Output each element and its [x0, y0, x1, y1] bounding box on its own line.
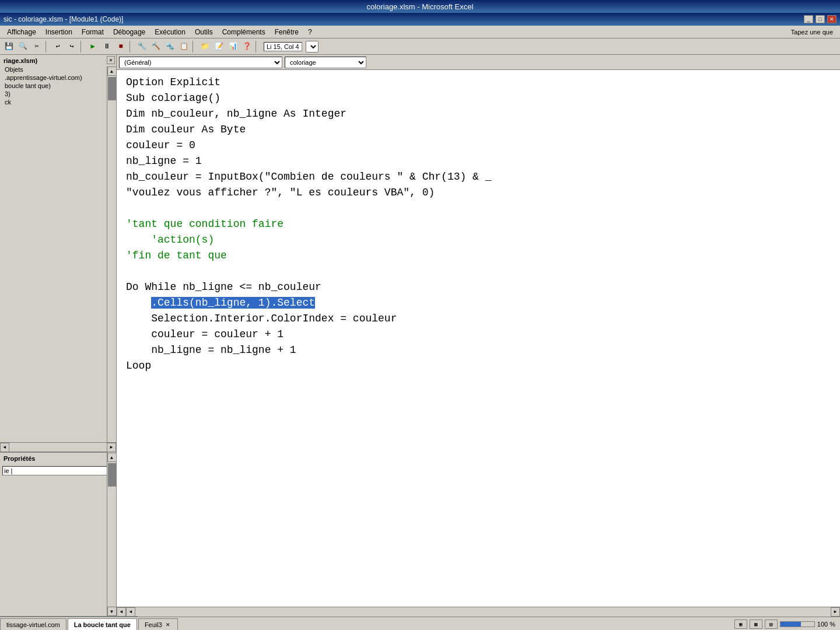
btn-view1[interactable]: 📁 — [198, 40, 211, 53]
sep5 — [256, 41, 259, 52]
tree-item-2[interactable]: boucle tant que) — [0, 82, 116, 90]
tree-hscrollbar[interactable]: ◄ ► — [0, 442, 116, 452]
code-line-16: couleur = couleur + 1 — [126, 327, 831, 342]
zoom-track — [780, 622, 801, 626]
btn-view3[interactable]: 📊 — [226, 40, 239, 53]
btn3[interactable]: ✂ — [30, 40, 43, 53]
left-panel: ✕ riage.xlsm) Objets.apprentissage-virtu… — [0, 55, 117, 616]
btn-view2[interactable]: 📝 — [212, 40, 225, 53]
excel-title-bar: coloriage.xlsm - Microsoft Excel — [0, 0, 840, 13]
status-right: ▣ ▦ ▤ 100 % — [734, 620, 840, 630]
props-scroll-thumb[interactable] — [108, 463, 116, 487]
code-line-12 — [126, 264, 831, 279]
context-dropdown[interactable]: (Général) — [119, 57, 282, 68]
props-area — [0, 463, 116, 616]
tree-scroll-left[interactable]: ◄ — [0, 443, 9, 452]
tab-close-icon[interactable]: ✕ — [164, 621, 172, 628]
undo-button[interactable]: ↩ — [51, 40, 64, 53]
menu-help[interactable]: ? — [303, 27, 317, 37]
pause-button[interactable]: ⏸ — [100, 40, 113, 53]
vbe-title: sic - coloriage.xlsm - [Module1 (Code)] — [4, 15, 123, 23]
cursor-position: Li 15, Col 4 — [264, 42, 302, 51]
redo-button[interactable]: ↪ — [65, 40, 78, 53]
props-vscrollbar[interactable]: ▲ ▼ — [107, 453, 116, 616]
code-editor[interactable]: Option ExplicitSub coloriage()Dim nb_cou… — [117, 70, 840, 607]
view-normal-button[interactable]: ▣ — [734, 620, 747, 629]
code-line-11: 'fin de tant que — [126, 248, 831, 264]
menu-affichage[interactable]: Affichage — [2, 27, 41, 37]
close-button[interactable]: ✕ — [827, 15, 836, 23]
sep4 — [192, 41, 196, 52]
code-line-9: 'tant que condition faire — [126, 216, 831, 232]
tab-1[interactable]: La boucle tant que — [68, 618, 137, 630]
tree-scrollbar[interactable]: ▲ ▼ — [107, 66, 116, 463]
code-line-10: 'action(s) — [126, 232, 831, 248]
tree-scroll-right[interactable]: ► — [107, 443, 116, 452]
menu-complements[interactable]: Compléments — [218, 27, 270, 37]
code-line-2: Dim nb_couleur, nb_ligne As Integer — [126, 106, 831, 122]
sep1 — [46, 41, 49, 52]
h-scroll-track — [138, 607, 831, 617]
position-dropdown[interactable] — [306, 41, 318, 52]
menu-bar: Affichage Insertion Format Débogage Exéc… — [0, 26, 840, 38]
project-tree: ✕ riage.xlsm) Objets.apprentissage-virtu… — [0, 55, 116, 453]
tab-2[interactable]: Feuil3✕ — [138, 618, 178, 630]
code-toolbar: (Général) coloriage — [117, 55, 840, 70]
code-line-3: Dim couleur As Byte — [126, 122, 831, 138]
btn-debug2[interactable]: 🔨 — [149, 40, 162, 53]
save-button[interactable]: 💾 — [2, 40, 15, 53]
h-scroll-left-btn2[interactable]: ◄ — [126, 607, 138, 617]
selected-code-span: .Cells(nb_ligne, 1).Select — [151, 297, 315, 309]
sep3 — [130, 41, 133, 52]
minimize-button[interactable]: _ — [804, 15, 813, 23]
tab-0[interactable]: tissage-virtuel.com — [0, 618, 66, 630]
project-title: riage.xlsm) — [0, 55, 116, 65]
code-line-18: Loop — [126, 358, 831, 374]
menu-format[interactable]: Format — [77, 27, 108, 37]
tree-item-4[interactable]: ck — [0, 98, 116, 106]
h-scroll-left-btn[interactable]: ◄ — [117, 607, 126, 617]
menu-execution[interactable]: Exécution — [150, 27, 190, 37]
run-button[interactable]: ▶ — [86, 40, 99, 53]
stop-button[interactable]: ■ — [114, 40, 127, 53]
maximize-button[interactable]: □ — [816, 15, 825, 23]
btn-debug1[interactable]: 🔧 — [135, 40, 148, 53]
procedure-dropdown[interactable]: coloriage — [285, 57, 366, 68]
scroll-up-arrow[interactable]: ▲ — [107, 66, 117, 76]
zoom-scroll[interactable] — [780, 621, 815, 627]
tree-item-3[interactable]: 3) — [0, 90, 116, 98]
view-page-button[interactable]: ▤ — [765, 620, 778, 629]
h-scroll-right-btn[interactable]: ► — [831, 607, 840, 617]
tree-items-container: Objets.apprentissage-virtuel.com)boucle … — [0, 65, 116, 106]
menu-fenetre[interactable]: Fenêtre — [270, 27, 303, 37]
tree-item-0[interactable]: Objets — [0, 65, 116, 74]
menu-outils[interactable]: Outils — [190, 27, 218, 37]
code-line-15: Selection.Interior.ColorIndex = couleur — [126, 311, 831, 327]
properties-panel: ✕ Propriétés ▲ ▼ — [0, 453, 116, 616]
excel-title: coloriage.xlsm - Microsoft Excel — [367, 2, 474, 11]
panel-close-button[interactable]: ✕ — [107, 56, 115, 64]
tree-item-1[interactable]: .apprentissage-virtuel.com) — [0, 74, 116, 82]
menu-debogage[interactable]: Débogage — [108, 27, 150, 37]
code-line-0: Option Explicit — [126, 75, 831, 90]
vbe-title-bar: sic - coloriage.xlsm - [Module1 (Code)] … — [0, 13, 840, 26]
h-scrollbar[interactable]: ◄ ◄ ► — [117, 607, 840, 616]
props-scroll-down[interactable]: ▼ — [107, 607, 117, 616]
menu-insertion[interactable]: Insertion — [41, 27, 77, 37]
status-bar: tissage-virtuel.comLa boucle tant queFeu… — [0, 616, 840, 630]
zoom-percent: 100 % — [817, 621, 835, 628]
props-scroll-up[interactable]: ▲ — [107, 453, 117, 462]
view-layout-button[interactable]: ▦ — [750, 620, 762, 629]
btn-debug3[interactable]: 🔩 — [163, 40, 176, 53]
props-input[interactable] — [2, 466, 114, 475]
btn2[interactable]: 🔍 — [16, 40, 29, 53]
btn-debug4[interactable]: 📋 — [177, 40, 190, 53]
ask-box: Tapez une que — [791, 29, 838, 36]
code-editor-area: (Général) coloriage Option ExplicitSub c… — [117, 55, 840, 616]
main-layout: ✕ riage.xlsm) Objets.apprentissage-virtu… — [0, 55, 840, 616]
tabs-container: tissage-virtuel.comLa boucle tant queFeu… — [0, 618, 179, 630]
btn-view4[interactable]: ❓ — [240, 40, 253, 53]
toolbar: 💾 🔍 ✂ ↩ ↪ ▶ ⏸ ■ 🔧 🔨 🔩 📋 📁 📝 📊 ❓ Li 15, C… — [0, 38, 840, 55]
sep2 — [80, 41, 84, 52]
scroll-thumb[interactable] — [108, 77, 116, 100]
